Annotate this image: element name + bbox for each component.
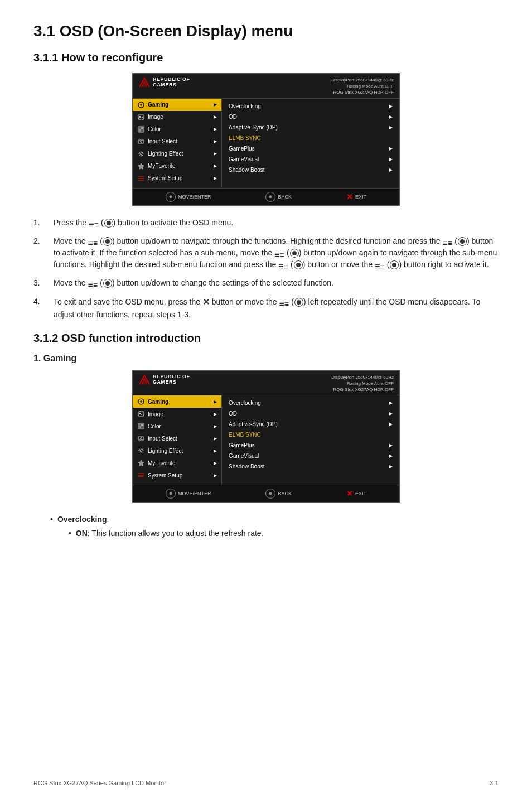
image-icon-1 [137, 113, 145, 121]
submenu-elmb-1: ELMB SYNC [222, 133, 399, 143]
rog-text-2: REPUBLIC OF GAMERS [153, 374, 190, 385]
submenu-od-1: OD ▶ [222, 112, 399, 122]
osd-menu-input-1[interactable]: Input Select ▶ [133, 136, 221, 148]
gaming-section-title: 1. Gaming [33, 354, 499, 364]
submenu-arrow-gameplus-1: ▶ [389, 146, 393, 151]
svg-rect-1 [138, 115, 144, 119]
svg-marker-26 [138, 460, 144, 466]
menu-arrow-image-2: ▶ [214, 412, 217, 417]
menu-arrow-input-1: ▶ [214, 139, 217, 144]
menu-label-system-1: System Setup [148, 175, 182, 181]
input-icon-1 [137, 138, 145, 146]
menu-label-input-1: Input Select [148, 138, 177, 144]
osd-header-2: REPUBLIC OF GAMERS DisplayPort 2560x1440… [133, 371, 399, 396]
back-icon-2: ⊕ [265, 489, 275, 499]
submenu-adaptive-1: Adaptive-Sync (DP) ▶ [222, 122, 399, 133]
menu-arrow-system-2: ▶ [214, 473, 217, 478]
footer-move-label-1: MOVE/ENTER [178, 194, 211, 200]
input-icon-2 [137, 434, 145, 442]
osd-menu-system-1[interactable]: System Setup ▶ [133, 172, 221, 185]
osd-menu-lighting-2[interactable]: Lighting Effect ▶ [133, 445, 221, 457]
system-icon-1 [137, 175, 145, 182]
menu-arrow-color-2: ▶ [214, 424, 217, 429]
instruction-text-3: Move the ≡ () button up/down to change t… [54, 277, 499, 289]
osd-menu-gaming-1[interactable]: Gaming ▶ [133, 99, 221, 111]
svg-point-9 [141, 141, 142, 142]
submenu-label-overclocking-2: Overclocking [229, 400, 261, 406]
footer-back-label-1: BACK [278, 194, 292, 200]
submenu-label-gamevisual-2: GameVisual [229, 453, 259, 459]
overclocking-label: Overclocking [57, 515, 107, 524]
submenu-shadowboost-2: Shadow Boost ▶ [222, 461, 399, 472]
submenu-arrow-shadowboost-1: ▶ [389, 167, 393, 172]
osd-submenu-right-2: Overclocking ▶ OD ▶ Adaptive-Sync (DP) ▶… [222, 395, 399, 485]
menu-arrow-myfavorite-2: ▶ [214, 461, 217, 466]
submenu-arrow-gamevisual-1: ▶ [389, 157, 393, 162]
osd-menu-input-2[interactable]: Input Select ▶ [133, 432, 221, 445]
star-icon-2 [137, 459, 145, 467]
menu-label-image-1: Image [148, 114, 163, 120]
btn-lines-icon-1: ≡ [89, 219, 99, 227]
instructions-list: 1. Press the ≡ () button to activate the… [33, 217, 499, 321]
submenu-gameplus-2: GamePlus ▶ [222, 440, 399, 451]
color-icon-1 [137, 125, 145, 133]
btn-lines-icon-3: ≡ [88, 279, 98, 287]
color-icon-2 [137, 422, 145, 430]
gaming-bullet-content: Overclocking: ON: This function allows y… [57, 514, 264, 542]
svg-rect-19 [139, 424, 141, 426]
instruction-3: 3. Move the ≡ () button up/down to chang… [33, 277, 499, 289]
osd-menu-gaming-2[interactable]: Gaming ▶ [133, 395, 221, 408]
submenu-gameplus-1: GamePlus ▶ [222, 143, 399, 154]
on-text: This function allows you to adjust the r… [91, 529, 263, 538]
osd-body-1: Gaming ▶ Image ▶ [133, 99, 399, 188]
osd-menu-color-2[interactable]: Color ▶ [133, 420, 221, 432]
menu-label-gaming-2: Gaming [148, 399, 168, 405]
submenu-arrow-shadowboost-2: ▶ [389, 464, 393, 469]
submenu-elmb-2: ELMB SYNC [222, 429, 399, 440]
submenu-overclocking-1: Overclocking ▶ [222, 101, 399, 112]
osd-logo-1: REPUBLIC OF GAMERS [138, 77, 190, 88]
menu-arrow-gaming-1: ▶ [214, 102, 217, 107]
footer-move-2: ⊕ MOVE/ENTER [166, 489, 211, 499]
gaming-icon-2 [137, 398, 145, 405]
submenu-gamevisual-1: GameVisual ▶ [222, 154, 399, 165]
btn-lines-icon-2d: ≡ [278, 261, 288, 269]
menu-arrow-color-1: ▶ [214, 127, 217, 132]
instruction-4: 4. To exit and save the OSD menu, press … [33, 296, 499, 321]
osd-menu-system-2[interactable]: System Setup ▶ [133, 469, 221, 481]
menu-arrow-gaming-2: ▶ [214, 399, 217, 404]
rog-logo-1: REPUBLIC OF GAMERS [138, 77, 190, 88]
osd-menu-image-2[interactable]: Image ▶ [133, 408, 221, 420]
rog-icon-1 [138, 77, 151, 88]
osd-footer-1: ⊕ MOVE/ENTER ⊕ BACK ✕ EXIT [133, 188, 399, 205]
btn-lines-icon-2c: ≡ [274, 249, 284, 257]
page-title: 3.1 OSD (On-Screen Display) menu [33, 22, 499, 40]
osd-footer-2: ⊕ MOVE/ENTER ⊕ BACK ✕ EXIT [133, 485, 399, 502]
menu-label-image-2: Image [148, 411, 163, 417]
page-footer: ROG Strix XG27AQ Series Gaming LCD Monit… [0, 775, 532, 791]
osd-submenu-right-1: Overclocking ▶ OD ▶ Adaptive-Sync (DP) ▶… [222, 99, 399, 188]
gaming-icon-1 [137, 101, 145, 109]
osd-widget-2: REPUBLIC OF GAMERS DisplayPort 2560x1440… [132, 370, 400, 503]
menu-label-color-2: Color [148, 423, 161, 429]
osd-menu-myfavorite-2[interactable]: MyFavorite ▶ [133, 457, 221, 469]
svg-rect-16 [138, 412, 144, 416]
btn-circle-icon-2d [294, 260, 303, 269]
submenu-label-elmb-2: ELMB SYNC [229, 432, 261, 438]
osd-menu-left-2: Gaming ▶ Image ▶ [133, 395, 222, 485]
footer-left-text: ROG Strix XG27AQ Series Gaming LCD Monit… [33, 780, 166, 786]
svg-marker-11 [138, 163, 144, 169]
osd-menu-lighting-1[interactable]: Lighting Effect ▶ [133, 148, 221, 160]
submenu-arrow-adaptive-2: ▶ [389, 422, 393, 427]
submenu-shadowboost-1: Shadow Boost ▶ [222, 165, 399, 175]
menu-arrow-system-1: ▶ [214, 176, 217, 181]
footer-exit-label-2: EXIT [355, 491, 366, 496]
osd-menu-myfavorite-1[interactable]: MyFavorite ▶ [133, 160, 221, 172]
osd-body-2: Gaming ▶ Image ▶ [133, 395, 399, 485]
btn-lines-icon-2e: ≡ [375, 261, 385, 269]
instruction-text-1: Press the ≡ () button to activate the OS… [54, 217, 499, 229]
submenu-adaptive-2: Adaptive-Sync (DP) ▶ [222, 419, 399, 429]
osd-menu-color-1[interactable]: Color ▶ [133, 123, 221, 136]
osd-menu-image-1[interactable]: Image ▶ [133, 111, 221, 123]
footer-move-label-2: MOVE/ENTER [178, 491, 211, 496]
